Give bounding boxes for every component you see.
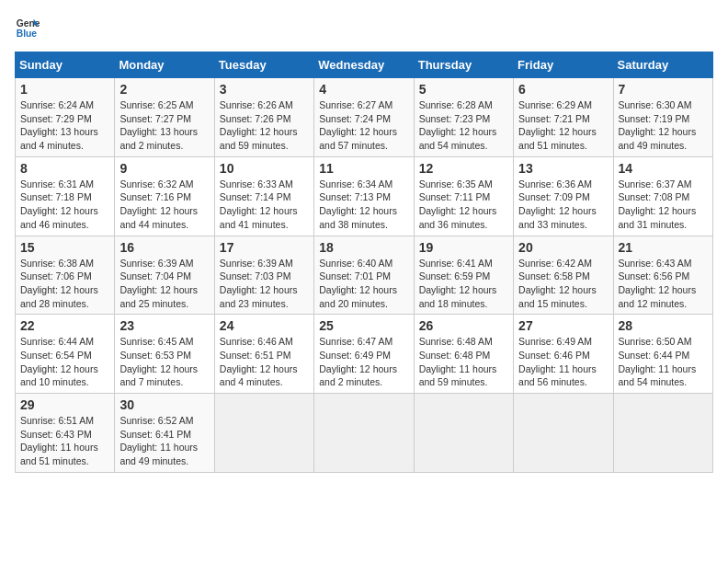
- header-friday: Friday: [514, 52, 613, 78]
- calendar-cell: 3Sunrise: 6:26 AMSunset: 7:26 PMDaylight…: [214, 78, 313, 157]
- day-info: Sunrise: 6:36 AMSunset: 7:09 PMDaylight:…: [518, 178, 608, 232]
- calendar-cell: 13Sunrise: 6:36 AMSunset: 7:09 PMDayligh…: [514, 156, 613, 236]
- calendar-cell: 10Sunrise: 6:33 AMSunset: 7:14 PMDayligh…: [214, 156, 313, 236]
- calendar-cell: 20Sunrise: 6:42 AMSunset: 6:58 PMDayligh…: [514, 236, 613, 315]
- calendar-cell: 25Sunrise: 6:47 AMSunset: 6:49 PMDayligh…: [314, 315, 414, 394]
- day-info: Sunrise: 6:40 AMSunset: 7:01 PMDaylight:…: [319, 257, 408, 311]
- day-number: 11: [319, 161, 408, 176]
- day-number: 20: [518, 240, 608, 255]
- calendar-cell: [214, 394, 313, 473]
- calendar-body: 1Sunrise: 6:24 AMSunset: 7:29 PMDaylight…: [16, 78, 713, 473]
- calendar-cell: 27Sunrise: 6:49 AMSunset: 6:46 PMDayligh…: [514, 315, 613, 394]
- calendar-week-4: 22Sunrise: 6:44 AMSunset: 6:54 PMDayligh…: [16, 315, 713, 394]
- day-number: 1: [20, 82, 109, 97]
- day-info: Sunrise: 6:33 AMSunset: 7:14 PMDaylight:…: [220, 178, 309, 232]
- day-number: 3: [220, 82, 309, 97]
- calendar-week-1: 1Sunrise: 6:24 AMSunset: 7:29 PMDaylight…: [16, 78, 713, 157]
- day-number: 19: [419, 240, 508, 255]
- logo: General Blue: [15, 15, 46, 40]
- day-info: Sunrise: 6:25 AMSunset: 7:27 PMDaylight:…: [119, 98, 209, 153]
- header-tuesday: Tuesday: [214, 52, 313, 78]
- calendar-cell: 8Sunrise: 6:31 AMSunset: 7:18 PMDaylight…: [16, 156, 115, 236]
- day-info: Sunrise: 6:48 AMSunset: 6:48 PMDaylight:…: [419, 335, 508, 389]
- day-number: 26: [419, 318, 508, 333]
- calendar-cell: [613, 394, 712, 473]
- day-number: 30: [119, 397, 209, 412]
- day-number: 13: [518, 161, 608, 176]
- calendar-week-5: 29Sunrise: 6:51 AMSunset: 6:43 PMDayligh…: [16, 394, 713, 473]
- day-info: Sunrise: 6:42 AMSunset: 6:58 PMDaylight:…: [518, 257, 608, 311]
- day-info: Sunrise: 6:31 AMSunset: 7:18 PMDaylight:…: [20, 178, 109, 232]
- day-number: 25: [319, 318, 408, 333]
- calendar-cell: 28Sunrise: 6:50 AMSunset: 6:44 PMDayligh…: [613, 315, 712, 394]
- calendar-cell: 4Sunrise: 6:27 AMSunset: 7:24 PMDaylight…: [314, 78, 414, 157]
- day-info: Sunrise: 6:37 AMSunset: 7:08 PMDaylight:…: [619, 178, 708, 232]
- day-info: Sunrise: 6:41 AMSunset: 6:59 PMDaylight:…: [419, 257, 508, 311]
- day-number: 14: [619, 161, 708, 176]
- calendar-week-3: 15Sunrise: 6:38 AMSunset: 7:06 PMDayligh…: [16, 236, 713, 315]
- day-number: 21: [619, 240, 708, 255]
- day-number: 5: [419, 82, 508, 97]
- header-thursday: Thursday: [414, 52, 513, 78]
- day-number: 22: [20, 318, 109, 333]
- logo-icon: General Blue: [15, 15, 40, 40]
- calendar-week-2: 8Sunrise: 6:31 AMSunset: 7:18 PMDaylight…: [16, 156, 713, 236]
- calendar-cell: 9Sunrise: 6:32 AMSunset: 7:16 PMDaylight…: [115, 156, 214, 236]
- calendar-table: SundayMondayTuesdayWednesdayThursdayFrid…: [15, 52, 713, 473]
- day-number: 6: [518, 82, 608, 97]
- header-sunday: Sunday: [16, 52, 115, 78]
- day-info: Sunrise: 6:26 AMSunset: 7:26 PMDaylight:…: [220, 98, 309, 153]
- day-info: Sunrise: 6:43 AMSunset: 6:56 PMDaylight:…: [619, 257, 708, 311]
- day-info: Sunrise: 6:39 AMSunset: 7:03 PMDaylight:…: [220, 257, 309, 311]
- day-number: 28: [619, 318, 708, 333]
- day-info: Sunrise: 6:34 AMSunset: 7:13 PMDaylight:…: [319, 178, 408, 232]
- day-info: Sunrise: 6:24 AMSunset: 7:29 PMDaylight:…: [20, 98, 109, 153]
- day-number: 10: [220, 161, 309, 176]
- day-info: Sunrise: 6:52 AMSunset: 6:41 PMDaylight:…: [119, 414, 209, 468]
- day-number: 23: [119, 318, 209, 333]
- day-info: Sunrise: 6:28 AMSunset: 7:23 PMDaylight:…: [419, 98, 508, 153]
- calendar-header-row: SundayMondayTuesdayWednesdayThursdayFrid…: [16, 52, 713, 78]
- day-info: Sunrise: 6:39 AMSunset: 7:04 PMDaylight:…: [119, 257, 209, 311]
- day-number: 9: [119, 161, 209, 176]
- day-info: Sunrise: 6:29 AMSunset: 7:21 PMDaylight:…: [518, 98, 608, 153]
- day-number: 12: [419, 161, 508, 176]
- calendar-cell: 18Sunrise: 6:40 AMSunset: 7:01 PMDayligh…: [314, 236, 414, 315]
- calendar-cell: 19Sunrise: 6:41 AMSunset: 6:59 PMDayligh…: [414, 236, 513, 315]
- day-info: Sunrise: 6:44 AMSunset: 6:54 PMDaylight:…: [20, 335, 109, 389]
- day-number: 24: [220, 318, 309, 333]
- day-number: 29: [20, 397, 109, 412]
- calendar-cell: 23Sunrise: 6:45 AMSunset: 6:53 PMDayligh…: [115, 315, 214, 394]
- header-saturday: Saturday: [613, 52, 712, 78]
- calendar-cell: [314, 394, 414, 473]
- day-info: Sunrise: 6:32 AMSunset: 7:16 PMDaylight:…: [119, 178, 209, 232]
- header-monday: Monday: [115, 52, 214, 78]
- day-info: Sunrise: 6:49 AMSunset: 6:46 PMDaylight:…: [518, 335, 608, 389]
- calendar-cell: 30Sunrise: 6:52 AMSunset: 6:41 PMDayligh…: [115, 394, 214, 473]
- calendar-cell: 24Sunrise: 6:46 AMSunset: 6:51 PMDayligh…: [214, 315, 313, 394]
- day-info: Sunrise: 6:51 AMSunset: 6:43 PMDaylight:…: [20, 414, 109, 468]
- day-number: 2: [119, 82, 209, 97]
- page-header: General Blue: [15, 15, 713, 40]
- day-number: 15: [20, 240, 109, 255]
- day-number: 4: [319, 82, 408, 97]
- calendar-cell: 22Sunrise: 6:44 AMSunset: 6:54 PMDayligh…: [16, 315, 115, 394]
- svg-text:Blue: Blue: [17, 29, 38, 39]
- calendar-cell: 11Sunrise: 6:34 AMSunset: 7:13 PMDayligh…: [314, 156, 414, 236]
- day-info: Sunrise: 6:50 AMSunset: 6:44 PMDaylight:…: [619, 335, 708, 389]
- calendar-cell: 21Sunrise: 6:43 AMSunset: 6:56 PMDayligh…: [613, 236, 712, 315]
- calendar-cell: 16Sunrise: 6:39 AMSunset: 7:04 PMDayligh…: [115, 236, 214, 315]
- calendar-cell: 2Sunrise: 6:25 AMSunset: 7:27 PMDaylight…: [115, 78, 214, 157]
- day-number: 7: [619, 82, 708, 97]
- day-number: 16: [119, 240, 209, 255]
- calendar-cell: 17Sunrise: 6:39 AMSunset: 7:03 PMDayligh…: [214, 236, 313, 315]
- calendar-cell: 14Sunrise: 6:37 AMSunset: 7:08 PMDayligh…: [613, 156, 712, 236]
- calendar-cell: [514, 394, 613, 473]
- calendar-cell: 15Sunrise: 6:38 AMSunset: 7:06 PMDayligh…: [16, 236, 115, 315]
- day-number: 8: [20, 161, 109, 176]
- day-info: Sunrise: 6:47 AMSunset: 6:49 PMDaylight:…: [319, 335, 408, 389]
- calendar-cell: 26Sunrise: 6:48 AMSunset: 6:48 PMDayligh…: [414, 315, 513, 394]
- calendar-cell: 7Sunrise: 6:30 AMSunset: 7:19 PMDaylight…: [613, 78, 712, 157]
- day-info: Sunrise: 6:35 AMSunset: 7:11 PMDaylight:…: [419, 178, 508, 232]
- calendar-cell: 12Sunrise: 6:35 AMSunset: 7:11 PMDayligh…: [414, 156, 513, 236]
